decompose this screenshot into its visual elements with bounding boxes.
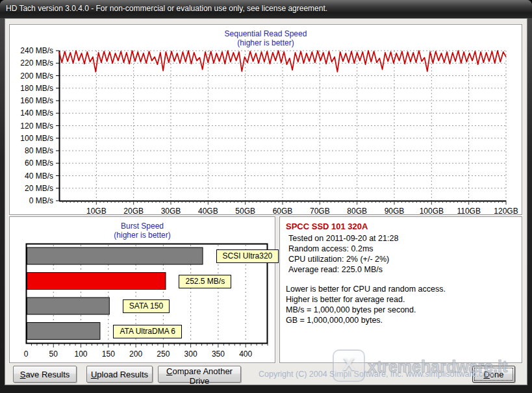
x-axis-tick-label: 20GB bbox=[117, 207, 151, 216]
y-axis-tick-label: 140 MB/s bbox=[10, 108, 53, 118]
burst-x-tick-label: 50 bbox=[40, 349, 66, 359]
sequential-read-panel: Sequential Read Speed (higher is better)… bbox=[9, 24, 522, 215]
y-axis-tick-label: 80 MB/s bbox=[10, 146, 53, 155]
client-area: Sequential Read Speed (higher is better)… bbox=[5, 18, 527, 385]
drive-name: SPCC SSD 101 320A bbox=[286, 222, 516, 231]
burst-x-tick-label: 350 bbox=[205, 349, 231, 359]
note-average-read: Higher is better for average read. bbox=[286, 294, 516, 305]
x-axis-tick-label: 80GB bbox=[340, 207, 374, 216]
x-axis-tick-label: 30GB bbox=[154, 207, 188, 216]
y-axis-tick-label: 160 MB/s bbox=[10, 96, 53, 105]
y-axis-tick-label: 200 MB/s bbox=[10, 71, 53, 81]
x-axis-tick-label: 50GB bbox=[229, 207, 262, 216]
window-title: HD Tach version 3.0.4.0 - For non-commer… bbox=[6, 4, 327, 13]
note-cpu-random: Lower is better for CPU and random acces… bbox=[286, 284, 516, 294]
x-axis-tick-label: 100GB bbox=[414, 207, 448, 216]
y-axis-tick-label: 120 MB/s bbox=[10, 121, 53, 131]
y-axis-tick-label: 180 MB/s bbox=[10, 84, 53, 93]
x-axis-tick-label: 90GB bbox=[377, 207, 411, 216]
burst-x-tick-label: 300 bbox=[178, 349, 204, 359]
burst-x-tick-label: 100 bbox=[68, 349, 94, 359]
x-axis-tick-label: 120GB bbox=[489, 207, 523, 216]
y-axis-tick-label: 0 MB/s bbox=[10, 196, 53, 205]
y-axis-tick-label: 220 MB/s bbox=[10, 58, 53, 68]
burst-x-tick-label: 200 bbox=[123, 349, 149, 359]
save-results-button[interactable]: Save Results bbox=[13, 366, 77, 383]
y-axis-tick-label: 100 MB/s bbox=[10, 134, 53, 143]
x-axis-tick-label: 40GB bbox=[191, 207, 225, 216]
bar-label: 252.5 MB/s bbox=[179, 275, 231, 288]
burst-x-tick-label: 250 bbox=[150, 349, 176, 359]
copyright-text: Copyright (C) 2004 Simpli Software, Inc.… bbox=[259, 370, 494, 379]
upload-results-button[interactable]: Upload Results bbox=[86, 366, 153, 383]
x-axis-tick-label: 10GB bbox=[79, 207, 113, 216]
cpu-utilization-line: CPU utilization: 2% (+/- 2%) bbox=[286, 254, 516, 264]
drive-info-panel: SPCC SSD 101 320A Tested on 2011-09-20 a… bbox=[279, 216, 522, 363]
random-access-line: Random access: 0.2ms bbox=[286, 244, 516, 254]
tested-on-line: Tested on 2011-09-20 at 21:28 bbox=[286, 233, 516, 244]
burst-x-tick-label: 0 bbox=[13, 349, 39, 359]
sequential-read-subtitle: (higher is better) bbox=[10, 38, 522, 47]
x-axis-tick-label: 110GB bbox=[452, 207, 486, 216]
average-read-line: Average read: 225.0 MB/s bbox=[286, 264, 516, 275]
burst-x-tick-label: 150 bbox=[95, 349, 121, 359]
burst-speed-title: Burst Speed bbox=[10, 222, 275, 231]
note-gb-definition: GB = 1,000,000,000 bytes. bbox=[286, 315, 516, 325]
compare-another-drive-button[interactable]: Compare Another Drive bbox=[158, 366, 241, 383]
bar-label: SCSI Ultra320 bbox=[216, 249, 279, 263]
y-axis-tick-label: 60 MB/s bbox=[10, 158, 53, 168]
burst-x-tick-label: 400 bbox=[233, 349, 259, 359]
y-axis-tick-label: 20 MB/s bbox=[10, 184, 53, 193]
y-axis-tick-label: 240 MB/s bbox=[10, 46, 53, 55]
app-window: HD Tach version 3.0.4.0 - For non-commer… bbox=[0, 0, 532, 393]
x-axis-tick-label: 70GB bbox=[303, 207, 336, 216]
sequential-read-title: Sequential Read Speed bbox=[10, 29, 522, 38]
note-mbs-definition: MB/s = 1,000,000 bytes per second. bbox=[286, 305, 516, 315]
bar-label: SATA 150 bbox=[123, 299, 170, 313]
bar-label: ATA UltraDMA 6 bbox=[113, 325, 182, 338]
burst-speed-panel: Burst Speed (higher is better) SCSI Ultr… bbox=[9, 216, 275, 363]
x-axis-tick-label: 60GB bbox=[266, 207, 299, 216]
burst-speed-subtitle: (higher is better) bbox=[10, 231, 275, 240]
title-bar: HD Tach version 3.0.4.0 - For non-commer… bbox=[0, 0, 532, 18]
y-axis-tick-label: 40 MB/s bbox=[10, 171, 53, 181]
sequential-read-plot bbox=[53, 48, 513, 212]
